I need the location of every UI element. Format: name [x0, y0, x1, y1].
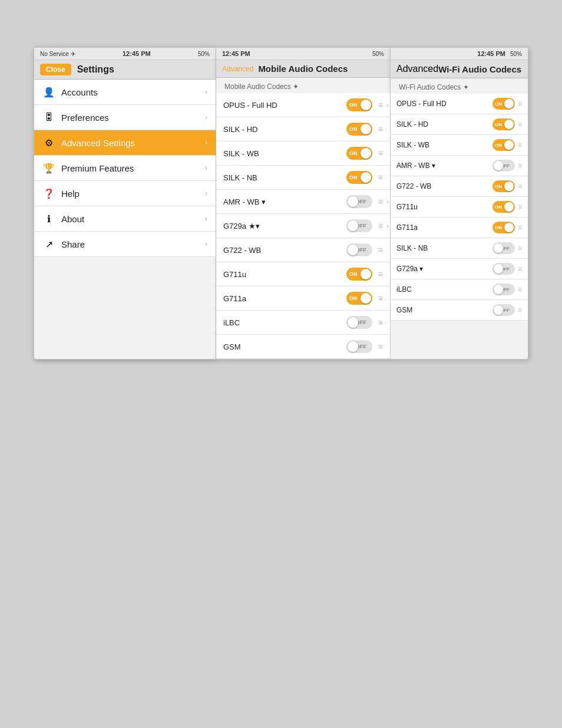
drag-handle-sm[interactable]: ≡ — [518, 285, 522, 294]
sidebar-item-about[interactable]: ℹ About › — [34, 206, 216, 232]
advanced-label: Advanced Settings — [61, 138, 205, 148]
toggle-on-sm[interactable] — [492, 201, 515, 213]
codec-name: SILK - HD — [396, 120, 492, 129]
drag-handle[interactable]: ≡ — [378, 197, 383, 206]
wifi-codec-g711u[interactable]: G711u ≡ — [391, 197, 528, 218]
sidebar-item-accounts[interactable]: 👤 Accounts › — [34, 80, 216, 105]
drag-handle-sm[interactable]: ≡ — [518, 244, 522, 252]
mobile-time: 12:45 PM — [222, 50, 250, 57]
premium-icon: 🏆 — [42, 162, 55, 174]
wifi-codec-silk-wb[interactable]: SILK - WB ≡ — [391, 135, 528, 156]
drag-handle[interactable]: ≡ — [378, 342, 383, 351]
mobile-codec-silk-hd[interactable]: SILK - HD ≡ — [216, 117, 390, 141]
sidebar-item-advanced[interactable]: ⚙ Advanced Settings › — [34, 130, 216, 156]
wifi-codec-g722-wb[interactable]: G722 - WB ≡ — [391, 176, 528, 197]
drag-handle-sm[interactable]: ≡ — [518, 265, 522, 273]
toggle-off-sm[interactable] — [492, 263, 515, 275]
drag-handle[interactable]: ≡ — [378, 269, 383, 279]
codec-name: G711u — [223, 270, 346, 279]
toggle-on[interactable] — [346, 123, 372, 136]
toggle-off[interactable] — [346, 243, 372, 256]
drag-handle[interactable]: ≡ — [378, 294, 383, 303]
codec-chevron-icon: › — [386, 198, 389, 205]
sidebar-item-premium[interactable]: 🏆 Premium Features › — [34, 156, 216, 181]
wifi-codec-gsm[interactable]: GSM ≡ — [391, 300, 528, 321]
wifi-back-button[interactable]: Advanced — [396, 64, 438, 74]
wifi-panel-title: Wi-Fi Audio Codecs — [438, 64, 521, 74]
drag-handle-sm[interactable]: ≡ — [518, 223, 522, 232]
wifi-codec-silk-hd[interactable]: SILK - HD ≡ — [391, 114, 528, 135]
mobile-codec-silk-nb[interactable]: SILK - NB ≡ — [216, 166, 390, 190]
toggle-on-sm[interactable] — [492, 98, 515, 110]
drag-handle[interactable]: ≡ — [378, 245, 383, 255]
toggle-on-sm[interactable] — [492, 222, 515, 233]
drag-handle[interactable]: ≡ — [378, 221, 383, 230]
drag-handle-sm[interactable]: ≡ — [518, 306, 522, 314]
toggle-on-sm[interactable] — [492, 139, 515, 151]
mobile-codec-ilbc[interactable]: iLBC ≡ — [216, 311, 390, 335]
wifi-codec-g711a[interactable]: G711a ≡ — [391, 218, 528, 238]
toggle-on[interactable] — [346, 292, 372, 305]
close-button[interactable]: Close — [40, 64, 71, 75]
drag-handle-sm[interactable]: ≡ — [518, 100, 522, 108]
mobile-codec-g711a[interactable]: G711a ≡ — [216, 286, 390, 311]
toggle-on[interactable] — [346, 171, 372, 184]
toggle-off-sm[interactable] — [492, 242, 515, 254]
mobile-codec-silk-wb[interactable]: SILK - WB ≡ — [216, 141, 390, 166]
drag-handle[interactable]: ≡ — [378, 173, 383, 182]
wifi-codec-amr-wb[interactable]: AMR - WB ▾ ≡ — [391, 156, 528, 176]
share-chevron: › — [205, 240, 207, 248]
mobile-back-button[interactable]: Advanced — [222, 65, 253, 73]
drag-handle[interactable]: ≡ — [378, 124, 383, 134]
mobile-codec-amr-wb[interactable]: AMR - WB ▾ ≡ › — [216, 190, 390, 214]
wifi-codec-ilbc[interactable]: iLBC ≡ — [391, 279, 528, 300]
toggle-off[interactable] — [346, 316, 372, 329]
wifi-section-header: Wi-Fi Audio Codecs ✦ — [391, 78, 528, 94]
codec-name: G711u — [396, 203, 492, 211]
mobile-codec-g711u[interactable]: G711u ≡ — [216, 262, 390, 286]
mobile-battery: 50% — [372, 51, 384, 57]
drag-handle-sm[interactable]: ≡ — [518, 162, 522, 170]
toggle-on[interactable] — [346, 98, 372, 111]
drag-handle[interactable]: ≡ — [378, 100, 383, 110]
codec-name: OPUS - Full HD — [223, 101, 346, 110]
mobile-codec-g729a[interactable]: G729a ★▾ ≡ › — [216, 214, 390, 238]
mobile-codec-g722-wb[interactable]: G722 - WB ≡ — [216, 238, 390, 262]
drag-handle-sm[interactable]: ≡ — [518, 141, 522, 149]
drag-handle-sm[interactable]: ≡ — [518, 182, 522, 190]
wifi-codec-silk-nb[interactable]: SILK - NB ≡ — [391, 238, 528, 259]
toggle-off-sm[interactable] — [492, 304, 515, 316]
drag-handle-sm[interactable]: ≡ — [518, 120, 522, 129]
codec-name: GSM — [396, 306, 492, 314]
sidebar-item-help[interactable]: ❓ Help › — [34, 181, 216, 206]
wifi-nav-bar: Advanced Wi-Fi Audio Codecs — [391, 60, 528, 78]
accounts-label: Accounts — [61, 87, 205, 97]
toggle-on[interactable] — [346, 147, 372, 160]
mobile-codec-gsm[interactable]: GSM ≡ — [216, 335, 390, 359]
codec-name: OPUS - Full HD — [396, 100, 492, 108]
toggle-on-sm[interactable] — [492, 180, 515, 192]
toggle-off[interactable] — [346, 195, 372, 208]
sidebar-item-preferences[interactable]: 🎛 Preferences › — [34, 105, 216, 130]
mobile-nav-bar: Advanced Mobile Audio Codecs — [216, 60, 390, 78]
settings-title: Settings — [77, 64, 114, 75]
mobile-codec-opus-fullhd[interactable]: OPUS - Full HD ≡ › — [216, 93, 390, 117]
settings-status-bar: No Service ✈ 12:45 PM 50% — [34, 48, 216, 60]
drag-handle-sm[interactable]: ≡ — [518, 203, 522, 211]
codec-name: G711a — [396, 223, 492, 232]
share-icon: ↗ — [42, 238, 55, 251]
mobile-panel-title: Mobile Audio Codecs — [258, 64, 348, 74]
toggle-on-sm[interactable] — [492, 118, 515, 130]
toggle-on[interactable] — [346, 268, 372, 281]
drag-handle[interactable]: ≡ — [378, 318, 383, 327]
toggle-off[interactable] — [346, 219, 372, 232]
toggle-off[interactable] — [346, 340, 372, 353]
mobile-status-bar: 12:45 PM 50% — [216, 48, 390, 60]
wifi-codec-opus-fullhd[interactable]: OPUS - Full HD ≡ — [391, 94, 528, 114]
toggle-off-sm[interactable] — [492, 284, 515, 295]
drag-handle[interactable]: ≡ — [378, 149, 383, 158]
toggle-off-sm[interactable] — [492, 160, 515, 172]
wifi-codec-list: OPUS - Full HD ≡ SILK - HD ≡ SILK - WB ≡… — [391, 94, 528, 321]
wifi-codec-g729a[interactable]: G729a ▾ ≡ — [391, 259, 528, 279]
sidebar-item-share[interactable]: ↗ Share › — [34, 232, 216, 257]
